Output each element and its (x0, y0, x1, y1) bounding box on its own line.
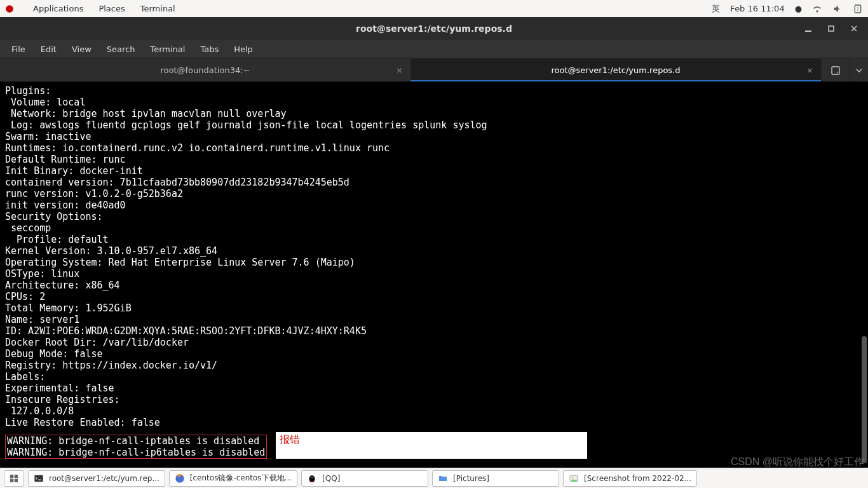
terminal-output: Plugins: Volume: local Network: bridge h… (5, 85, 487, 428)
image-icon (569, 473, 579, 484)
taskbar-item-pictures[interactable]: [Pictures] (432, 470, 559, 487)
svg-point-14 (310, 475, 315, 478)
status-dot-icon: ● (795, 4, 802, 13)
window-close-button[interactable] (843, 17, 865, 40)
svg-text:?: ? (857, 6, 859, 11)
svg-rect-9 (10, 478, 13, 482)
svg-rect-8 (15, 475, 18, 478)
tab-close-icon[interactable]: × (806, 65, 813, 75)
power-icon[interactable]: ? (853, 4, 863, 14)
taskbar-label: [Pictures] (453, 474, 489, 483)
taskbar-label: [centos镜像-centos下载地... (190, 473, 292, 484)
folder-icon (438, 473, 448, 484)
taskbar-label: [QQ] (322, 474, 340, 483)
svg-point-18 (572, 477, 574, 478)
topbar-applications[interactable]: Applications (33, 4, 83, 13)
svg-rect-4 (829, 26, 834, 31)
taskbar-item-firefox[interactable]: [centos镜像-centos下载地... (169, 470, 297, 487)
ime-indicator[interactable]: 英 (712, 3, 720, 15)
terminal-viewport[interactable]: Plugins: Volume: local Network: bridge h… (0, 82, 868, 459)
show-desktop-button[interactable] (4, 470, 24, 487)
tab-server1[interactable]: root@server1:/etc/yum.repos.d × (410, 59, 821, 81)
taskbar-item-qq[interactable]: [QQ] (301, 470, 428, 487)
menu-tabs[interactable]: Tabs (193, 42, 226, 57)
tab-label: root@foundation34:~ (160, 65, 250, 75)
window-titlebar: root@server1:/etc/yum.repos.d (0, 17, 868, 40)
menu-terminal[interactable]: Terminal (142, 42, 193, 57)
taskbar-item-screenshot[interactable]: [Screenshot from 2022-02... (563, 470, 697, 487)
tab-menu-arrow-icon[interactable] (849, 59, 868, 81)
svg-point-6 (836, 71, 837, 72)
taskbar-label: [Screenshot from 2022-02... (584, 474, 691, 483)
wifi-icon[interactable] (812, 4, 822, 14)
menu-view[interactable]: View (64, 42, 99, 57)
tab-close-icon[interactable]: × (396, 65, 403, 75)
redhat-logo-icon (5, 4, 14, 13)
clock[interactable]: Feb 16 11:04 (730, 4, 784, 13)
csdn-watermark: CSDN @听说你能找个好工作 (731, 456, 864, 469)
terminal-tabbar: root@foundation34:~ × root@server1:/etc/… (0, 59, 868, 82)
annotation-text: 报错 (280, 434, 300, 445)
warning-box: WARNING: bridge-nf-call-iptables is disa… (5, 435, 267, 459)
tab-label: root@server1:/etc/yum.repos.d (551, 65, 680, 75)
volume-icon[interactable] (832, 4, 843, 14)
tab-foundation[interactable]: root@foundation34:~ × (0, 59, 410, 81)
menu-search[interactable]: Search (99, 42, 143, 57)
svg-rect-10 (15, 478, 18, 482)
window-maximize-button[interactable] (820, 17, 843, 40)
topbar-places[interactable]: Places (98, 4, 125, 13)
window-title: root@server1:/etc/yum.repos.d (356, 24, 512, 34)
bottom-taskbar: root@server1:/etc/yum.rep... [centos镜像-c… (0, 468, 868, 488)
taskbar-item-terminal[interactable]: root@server1:/etc/yum.rep... (28, 470, 165, 487)
qq-icon (307, 473, 317, 484)
menu-edit[interactable]: Edit (33, 42, 64, 57)
svg-point-0 (6, 5, 13, 13)
svg-point-16 (313, 477, 313, 477)
window-minimize-button[interactable] (797, 17, 820, 40)
svg-rect-3 (805, 30, 811, 32)
menu-help[interactable]: Help (226, 42, 261, 57)
svg-rect-5 (832, 67, 839, 74)
taskbar-label: root@server1:/etc/yum.rep... (49, 474, 159, 483)
terminal-icon (34, 473, 44, 484)
new-tab-button[interactable] (821, 59, 849, 81)
svg-rect-7 (10, 475, 13, 478)
warning-text: WARNING: bridge-nf-call-iptables is disa… (7, 435, 265, 458)
firefox-icon (175, 473, 185, 484)
svg-point-15 (311, 477, 311, 477)
terminal-menubar: File Edit View Search Terminal Tabs Help (0, 40, 868, 59)
annotation-note: 报错 (276, 432, 587, 459)
menu-file[interactable]: File (4, 42, 33, 57)
terminal-scrollbar[interactable] (862, 336, 867, 463)
topbar-terminal[interactable]: Terminal (140, 4, 175, 13)
svg-rect-11 (34, 475, 43, 482)
gnome-top-bar: Applications Places Terminal 英 Feb 16 11… (0, 0, 868, 17)
